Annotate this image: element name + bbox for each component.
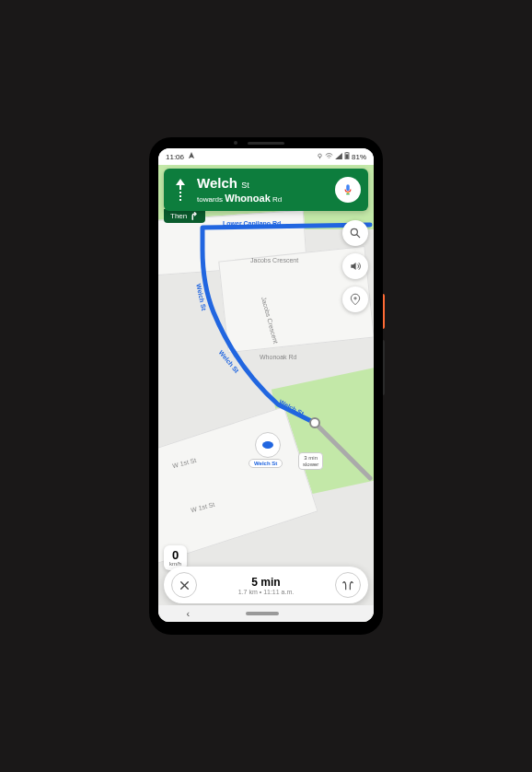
status-bar: 11:06 81% (158, 148, 374, 165)
svg-rect-2 (346, 152, 348, 153)
street-label: Welch St (195, 283, 207, 310)
navigation-text: Welch St towards Whonoak Rd (197, 175, 328, 205)
destination-pin[interactable] (255, 432, 281, 458)
nav-towards-prefix: towards (197, 195, 223, 204)
speed-unit: km/h (169, 561, 181, 567)
nav-towards-street: Whonoak (225, 193, 271, 204)
search-button[interactable] (342, 220, 368, 246)
map-controls (342, 220, 368, 312)
then-label: Then (170, 212, 187, 220)
street-label: Lower Capilano Rd (223, 220, 281, 227)
alt-routes-icon (341, 579, 354, 591)
close-icon (179, 579, 191, 591)
location-icon (317, 153, 323, 161)
pin-icon (262, 441, 273, 449)
nav-street: Welch (197, 175, 237, 191)
then-maneuver-tab[interactable]: Then (164, 209, 205, 223)
close-navigation-button[interactable] (171, 572, 197, 598)
audio-button[interactable] (342, 253, 368, 279)
destination-label[interactable]: Welch St (249, 459, 283, 468)
mic-icon (341, 183, 354, 196)
voice-search-button[interactable] (335, 177, 361, 203)
street-label: Whonoak Rd (260, 354, 296, 360)
battery-icon (344, 152, 350, 161)
direction-arrow-icon (171, 177, 190, 203)
svg-point-0 (318, 154, 322, 158)
home-pill[interactable] (246, 612, 279, 615)
map-canvas[interactable]: Lower Capilano Rd Jacobs Crescent Jacobs… (158, 165, 374, 622)
alt-route-label[interactable]: 3 min slower (298, 452, 323, 470)
alt-route-line1: 3 min (303, 455, 318, 462)
svg-line-7 (357, 235, 360, 238)
svg-point-6 (351, 228, 357, 235)
status-left: 11:06 (166, 152, 195, 161)
nav-street-suffix: St (241, 181, 249, 190)
trip-distance: 1.7 km (238, 589, 258, 595)
trip-bottom-bar[interactable]: 5 min 1.7 km • 11:11 a.m. (164, 567, 368, 603)
trip-sep: • (260, 589, 261, 595)
search-icon (349, 227, 362, 240)
speaker-icon (349, 260, 362, 273)
phone-camera-dot (234, 141, 237, 145)
trip-details: 1.7 km • 11:11 a.m. (204, 589, 328, 595)
report-icon (349, 293, 362, 306)
wifi-icon (325, 153, 333, 161)
battery-percentage: 81% (352, 153, 366, 161)
route-options-button[interactable] (335, 572, 361, 598)
street-label: Welch St (218, 349, 240, 374)
trip-arrival: 11:11 a.m. (263, 589, 294, 595)
phone-speaker (248, 142, 284, 145)
back-button[interactable]: ‹ (187, 608, 191, 619)
screen: 11:06 81% (158, 148, 374, 622)
speed-value: 0 (169, 549, 181, 561)
trip-eta: 5 min (204, 576, 328, 589)
street-label: Jacobs Crescent (250, 257, 298, 263)
phone-volume-button (383, 340, 385, 395)
navigation-card[interactable]: Welch St towards Whonoak Rd (164, 169, 368, 211)
nav-towards-suffix: Rd (272, 195, 282, 204)
svg-rect-3 (345, 154, 348, 158)
report-button[interactable] (342, 287, 368, 312)
trip-info: 5 min 1.7 km • 11:11 a.m. (204, 576, 328, 595)
phone-frame: 11:06 81% (149, 137, 383, 635)
status-time: 11:06 (166, 153, 184, 161)
status-right: 81% (317, 152, 366, 161)
phone-power-button (383, 294, 385, 329)
alt-route-line2: slower (303, 462, 318, 468)
signal-icon (335, 153, 342, 161)
nav-indicator-icon (188, 152, 195, 161)
system-nav-bar: ‹ (158, 605, 374, 622)
turn-right-icon (191, 212, 199, 220)
